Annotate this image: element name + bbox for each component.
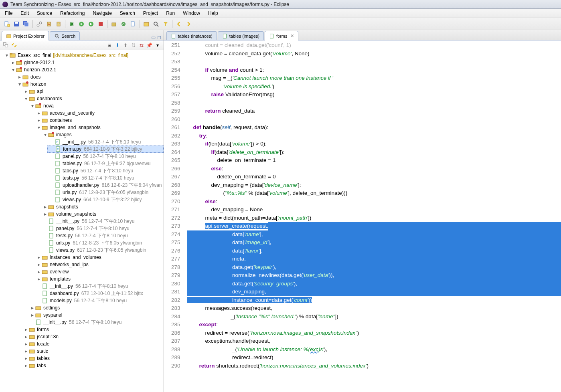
tree-forms[interactable]: ▸forms [22,326,164,333]
pin-button[interactable]: 📌 [146,42,153,49]
filter-button[interactable] [161,20,170,28]
tree-containers[interactable]: ▸containers [34,117,164,124]
collapse-all-button[interactable] [2,42,10,49]
tree-tables[interactable]: ▸tables [22,355,164,362]
tree-dashboards[interactable]: ▾dashboards [22,95,164,102]
tree-tabs[interactable]: ▸tabs [22,362,164,369]
sync-out-button[interactable]: ⬆ [122,42,129,49]
tree-settings[interactable]: ▸settings [28,304,164,311]
save-button[interactable] [12,20,21,28]
menu-help[interactable]: Help [204,9,222,17]
tab-project-explorer[interactable]: Project Explorer [2,31,49,40]
tree-images-snapshots[interactable]: ▾images_and_snapshots [34,124,164,131]
tree-static[interactable]: ▸static [22,348,164,355]
run-button[interactable] [77,20,86,28]
focus-button[interactable]: ⊟ [106,42,113,49]
debug-button[interactable] [67,20,76,28]
tree-horizon-2012[interactable]: ▾horizon-2012.1 [9,66,164,73]
file-panel-ias[interactable]: panel.py56 12-7-4 下午8:10 heyu [41,225,164,232]
tree-images[interactable]: ▾images [41,131,164,138]
menubar: File Edit Source Refactoring Navigate Se… [0,9,561,18]
code-line [187,115,561,124]
code-editor[interactable]: 2512522532542552562572582592602612622632… [164,40,561,392]
run-last-button[interactable] [87,20,95,28]
tree-templates[interactable]: ▸templates [34,275,164,283]
menu-file[interactable]: File [1,9,16,17]
file-dashboard-nova[interactable]: dashboard.py672 12-10-10 上午11:52 bjttx [34,290,164,297]
tree-jscripti18n[interactable]: ▸jscripti18n [22,333,164,340]
link-button[interactable] [35,20,44,28]
new-package-button[interactable] [109,20,118,28]
tree-volume-snapshots[interactable]: ▸volume_snapshots [41,210,164,218]
file-urls[interactable]: urls.py617 12-8-23 下午6:05 yfwangbin [47,189,164,196]
file-init-dash[interactable]: __init__.py56 12-7-4 下午8:10 heyu [28,319,164,326]
tree-nova[interactable]: ▾nova [28,102,164,109]
file-init-nova[interactable]: __init__.py56 12-7-4 下午8:10 heyu [34,283,164,290]
code-line: data['name'], [187,230,561,239]
open-type-button[interactable] [142,20,151,28]
commit-button[interactable] [45,20,53,28]
tree-docs[interactable]: ▸docs [15,73,164,81]
sync-inc-button[interactable]: ⬇ [114,42,121,49]
file-models-nova[interactable]: models.py56 12-7-4 下午8:10 heyu [34,297,164,304]
save-all-button[interactable] [22,20,30,28]
file-panel[interactable]: panel.py56 12-7-4 下午8:10 heyu [47,153,164,160]
maximize-icon[interactable]: ◻ [157,34,161,40]
project-tree[interactable]: ▾Essex_src_final[jdvirtual/branches/Esse… [0,50,164,392]
sync-both-button[interactable]: ⇅ [130,42,137,49]
tab-tables-images[interactable]: tables (images) [218,31,264,40]
svg-rect-67 [36,307,41,310]
tree-glance[interactable]: ▸glance-2012.1 [9,59,164,66]
svg-rect-18 [144,22,149,26]
tree-access-security[interactable]: ▸access_and_security [34,109,164,117]
tree-project-root[interactable]: ▾Essex_src_final[jdvirtual/branches/Esse… [2,52,164,59]
close-icon[interactable]: ✕ [290,33,294,38]
menu-source[interactable]: Source [33,9,56,17]
menu-navigate[interactable]: Navigate [89,9,115,17]
file-urls-ias[interactable]: urls.py617 12-8-23 下午6:05 yfwangbin [41,239,164,247]
tree-syspanel[interactable]: ▸syspanel [28,311,164,319]
search-button[interactable] [152,20,160,28]
tab-forms[interactable]: forms✕ [265,31,299,40]
tree-networks-ips[interactable]: ▸networks_and_ips [34,261,164,268]
tree-snapshots[interactable]: ▸snapshots [41,203,164,210]
file-forms[interactable]: Pforms.py664 12-10-9 下午3:22 bjlicy [47,145,164,153]
svg-point-27 [20,60,22,62]
file-uploadhandler[interactable]: uploadhandler.py616 12-8-23 下午6:04 yfwan [47,182,164,189]
file-tabs[interactable]: tabs.py56 12-7-4 下午8:10 heyu [47,167,164,174]
sync-conflict-button[interactable]: ⇆ [138,42,145,49]
tree-overview[interactable]: ▸overview [34,268,164,275]
tab-tables-instances[interactable]: tables (instances) [166,31,217,40]
forward-button[interactable] [184,20,193,28]
tree-api[interactable]: ▸api [22,88,164,95]
back-button[interactable] [174,20,183,28]
menu-window[interactable]: Window [179,9,204,17]
file-tests-ias[interactable]: tests.py56 12-7-4 下午8:10 heyu [41,232,164,239]
menu-search[interactable]: Search [116,9,139,17]
menu-run[interactable]: Run [162,9,179,17]
file-tables[interactable]: tables.py96 12-7-9 上午9:37 bjguwenwu [47,160,164,167]
new-module-button[interactable] [129,20,138,28]
menu-project[interactable]: Project [139,9,162,17]
code-content[interactable]: count = cleaned_data.get('count', 1) vol… [183,40,561,370]
minimize-icon[interactable]: ▭ [151,34,156,40]
new-class-button[interactable]: C [119,20,128,28]
tab-search[interactable]: Search [50,31,80,40]
file-views-ias[interactable]: views.py617 12-8-23 下午6:05 yfwangbin [41,247,164,254]
file-init-images[interactable]: P__init__.py56 12-7-4 下午8:10 heyu [47,138,164,145]
tree-horizon[interactable]: ▾horizon [15,81,164,88]
file-init-ias[interactable]: __init__.py56 12-7-4 下午8:10 heyu [41,218,164,225]
menu-refactoring[interactable]: Refactoring [56,9,89,17]
update-button[interactable] [54,20,63,28]
tree-locale[interactable]: ▸locale [22,340,164,348]
menu-edit[interactable]: Edit [16,9,33,17]
tree-instances-volumes[interactable]: ▸instances_and_volumes [34,254,164,261]
link-editor-button[interactable] [10,42,18,49]
code-line: volume = cleaned_data.get('volume', None… [187,50,561,58]
view-menu-button[interactable]: ▾ [154,42,161,49]
file-views[interactable]: views.py664 12-10-9 下午3:22 bjlicy [47,196,164,203]
code-line: dev_mapping, [187,288,561,296]
new-button[interactable] [2,20,11,28]
ext-tools-button[interactable] [96,20,105,28]
file-tests[interactable]: tests.py56 12-7-4 下午8:10 heyu [47,174,164,182]
